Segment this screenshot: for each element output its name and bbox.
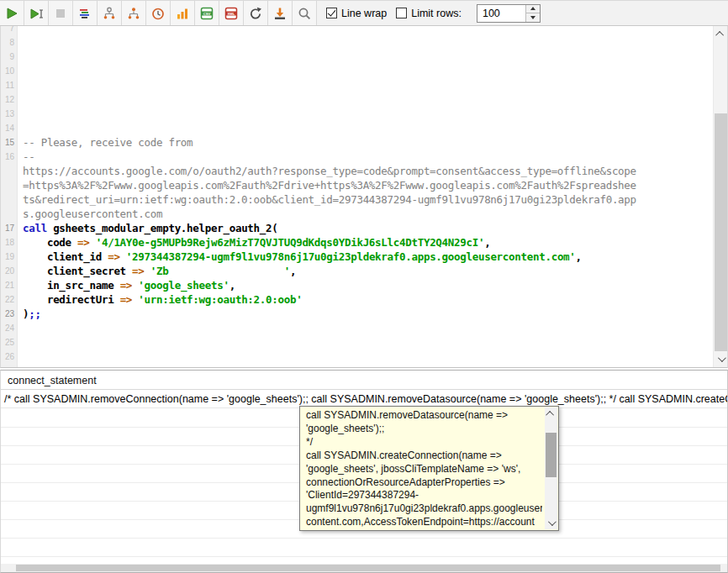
editor-line[interactable]: 9 bbox=[1, 50, 713, 64]
line-text bbox=[17, 26, 23, 35]
line-number: 9 bbox=[1, 50, 17, 64]
tooltip-scroll-down-button[interactable] bbox=[545, 518, 557, 528]
csv-icon: CSV bbox=[199, 6, 214, 21]
tooltip-scroll-up-button[interactable] bbox=[545, 408, 557, 419]
editor-line[interactable]: 15-- Please, receive code from bbox=[1, 135, 713, 150]
export-xml-button[interactable]: XML bbox=[219, 1, 244, 25]
statistics-button[interactable] bbox=[171, 1, 195, 25]
line-text: call gsheets_modular_empty.helper_oauth_… bbox=[17, 221, 277, 235]
scroll-up-button[interactable] bbox=[714, 28, 728, 40]
spinner-down-button[interactable] bbox=[526, 13, 540, 22]
spinner-up-button[interactable] bbox=[526, 5, 540, 14]
line-text: redirectUri => 'urn:ietf:wg:oauth:2.0:oo… bbox=[17, 292, 302, 307]
bars-icon bbox=[175, 6, 190, 21]
editor-line[interactable]: 12 bbox=[1, 92, 713, 107]
limit-rows-checkbox[interactable]: Limit rows: bbox=[396, 8, 462, 19]
grid-row-line bbox=[1, 556, 727, 557]
xml-icon: XML bbox=[224, 6, 239, 21]
editor-line[interactable]: 18 code => '4/1AY0e-g5MUPb9Rejw6zMizT7QV… bbox=[1, 235, 713, 250]
line-wrap-checkbox[interactable]: Line wrap bbox=[326, 8, 387, 19]
line-number: 14 bbox=[1, 121, 17, 135]
tree-alt-icon bbox=[126, 6, 141, 21]
editor-line[interactable]: 24 bbox=[1, 321, 713, 335]
column-header-connect-statement[interactable]: connect_statement bbox=[1, 371, 727, 390]
play-icon bbox=[4, 6, 19, 21]
line-number: 12 bbox=[1, 92, 17, 107]
editor-line[interactable]: https://accounts.google.com/o/oauth2/aut… bbox=[1, 164, 713, 178]
play-cursor-icon bbox=[29, 6, 44, 21]
stop-button[interactable] bbox=[49, 1, 73, 25]
triangle-down-icon bbox=[530, 16, 535, 19]
tooltip-line: 'google_sheets', jbossCliTemplateName =>… bbox=[306, 463, 542, 476]
refresh-icon bbox=[248, 6, 263, 21]
editor-scrollbar-thumb[interactable] bbox=[715, 113, 727, 351]
line-number: 8 bbox=[1, 35, 17, 50]
editor-line[interactable]: 22 redirectUri => 'urn:ietf:wg:oauth:2.0… bbox=[1, 292, 713, 307]
editor-line[interactable]: 13 bbox=[1, 107, 713, 121]
editor-line[interactable]: 7 bbox=[1, 26, 713, 35]
line-text: -- Please, receive code from bbox=[17, 135, 193, 150]
tooltip-line: call SYSADMIN.createConnection(name => bbox=[306, 449, 542, 463]
line-number: 17 bbox=[1, 221, 17, 235]
fetch-data-button[interactable] bbox=[268, 1, 293, 25]
query-timing-button[interactable] bbox=[146, 1, 171, 25]
line-number: 15 bbox=[1, 135, 17, 150]
line-text bbox=[17, 64, 23, 78]
editor-line[interactable]: 23);; bbox=[1, 307, 713, 321]
refresh-button[interactable] bbox=[244, 1, 268, 25]
editor-line[interactable]: 20 client_secret => 'Zb ', bbox=[1, 264, 713, 278]
line-number bbox=[1, 178, 17, 192]
line-text: https://accounts.google.com/o/oauth2/aut… bbox=[17, 164, 636, 178]
line-wrap-label: Line wrap bbox=[341, 8, 387, 19]
code-area[interactable]: 789101112131415-- Please, receive code f… bbox=[1, 26, 713, 364]
line-text: s.googleusercontent.com bbox=[17, 207, 162, 221]
line-number bbox=[1, 207, 17, 221]
editor-line[interactable]: 16-- bbox=[1, 150, 713, 164]
tooltip-text: call SYSADMIN.removeDatasource(name =>'g… bbox=[306, 409, 542, 529]
line-number: 20 bbox=[1, 264, 17, 278]
editor-line[interactable]: 8 bbox=[1, 35, 713, 50]
search-icon bbox=[297, 6, 312, 21]
clock-icon bbox=[150, 6, 166, 21]
grid-row-line bbox=[1, 538, 727, 539]
execution-plan-alt-button[interactable] bbox=[122, 1, 146, 25]
execute-script-button[interactable] bbox=[24, 1, 49, 25]
line-number: 7 bbox=[1, 26, 17, 35]
line-text: client_secret => 'Zb ', bbox=[17, 264, 296, 278]
editor-line[interactable]: 14 bbox=[1, 121, 713, 135]
line-text bbox=[17, 121, 23, 135]
results-horizontal-scrollbar[interactable] bbox=[1, 564, 727, 572]
editor-line[interactable]: 10 bbox=[1, 64, 713, 78]
editor-line[interactable]: 17call gsheets_modular_empty.helper_oaut… bbox=[1, 221, 713, 235]
editor-line[interactable]: 25 bbox=[1, 335, 713, 350]
editor-line[interactable]: 21 in_src_name => 'google_sheets', bbox=[1, 278, 713, 292]
export-csv-button[interactable]: CSV bbox=[195, 1, 219, 25]
editor-line[interactable]: 11 bbox=[1, 78, 713, 92]
editor-line[interactable]: 19 client_id => '297344387294-ugmf9l1vu9… bbox=[1, 250, 713, 264]
limit-rows-spinner[interactable]: 100 bbox=[477, 4, 541, 23]
execute-statement-button[interactable] bbox=[0, 1, 24, 25]
scroll-down-button[interactable] bbox=[714, 353, 728, 365]
checkbox-unchecked-icon bbox=[396, 8, 407, 18]
line-number: 10 bbox=[1, 64, 17, 78]
limit-rows-label: Limit rows: bbox=[411, 8, 462, 19]
line-number: 24 bbox=[1, 321, 17, 335]
results-scrollbar-thumb[interactable] bbox=[16, 565, 720, 571]
find-button[interactable] bbox=[293, 1, 317, 25]
editor-line[interactable]: s.googleusercontent.com bbox=[1, 207, 713, 221]
tooltip-line: 'google_sheets');; bbox=[306, 423, 542, 436]
editor-vertical-scrollbar[interactable] bbox=[713, 26, 727, 367]
line-number bbox=[1, 164, 17, 178]
sql-editor[interactable]: 789101112131415-- Please, receive code f… bbox=[0, 26, 728, 368]
execution-plan-button[interactable] bbox=[98, 1, 122, 25]
limit-rows-value[interactable]: 100 bbox=[477, 5, 525, 22]
svg-text:CSV: CSV bbox=[203, 11, 211, 15]
tooltip-scrollbar[interactable] bbox=[545, 407, 557, 529]
tooltip-scrollbar-thumb[interactable] bbox=[546, 433, 557, 477]
editor-line[interactable]: 26 bbox=[1, 350, 713, 364]
explain-plan-button[interactable] bbox=[73, 1, 98, 25]
tooltip-line: call SYSADMIN.removeDatasource(name => bbox=[306, 409, 542, 423]
editor-line[interactable]: =https%3A%2F%2Fwww.googleapis.com%2Fauth… bbox=[1, 178, 713, 192]
editor-line[interactable]: ts&redirect_uri=urn:ietf:wg:oauth:2.0:oo… bbox=[1, 192, 713, 207]
line-number: 18 bbox=[1, 235, 17, 250]
